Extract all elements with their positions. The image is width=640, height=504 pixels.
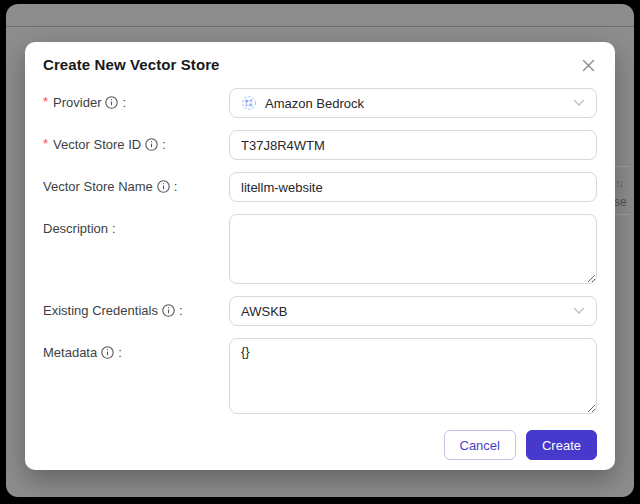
create-button[interactable]: Create — [526, 430, 597, 460]
metadata-textarea[interactable]: {} — [229, 338, 597, 414]
existing-credentials-select[interactable]: AWSKB — [229, 296, 597, 326]
close-icon[interactable] — [580, 57, 597, 74]
info-icon[interactable] — [105, 96, 118, 109]
bedrock-logo-icon — [241, 95, 257, 111]
existing-credentials-select-value: AWSKB — [241, 304, 565, 319]
vector-store-name-input[interactable] — [229, 172, 597, 202]
provider-label: * Provider : — [43, 88, 229, 110]
chevron-down-icon — [573, 99, 585, 107]
vector-store-name-row: Vector Store Name : — [43, 172, 597, 202]
modal-header: Create New Vector Store — [43, 56, 597, 74]
info-icon[interactable] — [101, 346, 114, 359]
cancel-button[interactable]: Cancel — [444, 430, 516, 460]
sort-icon: ↑↓ — [615, 177, 622, 189]
info-icon[interactable] — [145, 138, 158, 151]
provider-select-value: Amazon Bedrock — [265, 96, 565, 111]
existing-credentials-label: Existing Credentials : — [43, 296, 229, 318]
metadata-row: Metadata : {} — [43, 338, 597, 414]
info-icon[interactable] — [162, 304, 175, 317]
required-marker: * — [43, 94, 48, 109]
modal-footer: Cancel Create — [43, 430, 597, 460]
chevron-down-icon — [573, 307, 585, 315]
description-row: Description : — [43, 214, 597, 284]
vector-store-id-input[interactable] — [229, 130, 597, 160]
background-partial-text: se — [614, 195, 627, 209]
provider-row: * Provider : — [43, 88, 597, 118]
vector-store-id-label: * Vector Store ID : — [43, 130, 229, 152]
existing-credentials-row: Existing Credentials : AWSKB — [43, 296, 597, 326]
create-vector-store-modal: Create New Vector Store * Provider : — [25, 42, 615, 470]
required-marker: * — [43, 136, 48, 151]
info-icon[interactable] — [157, 180, 170, 193]
vector-store-name-label: Vector Store Name : — [43, 172, 229, 194]
vector-store-id-row: * Vector Store ID : — [43, 130, 597, 160]
description-textarea[interactable] — [229, 214, 597, 284]
metadata-label: Metadata : — [43, 338, 229, 360]
modal-title: Create New Vector Store — [43, 56, 220, 73]
background-header-divider — [6, 26, 634, 27]
description-label: Description : — [43, 214, 229, 236]
provider-select[interactable]: Amazon Bedrock — [229, 88, 597, 118]
